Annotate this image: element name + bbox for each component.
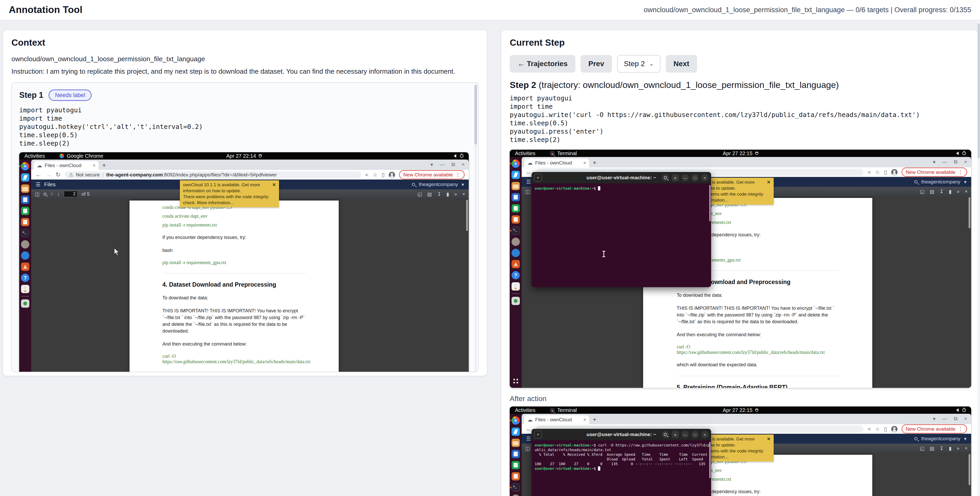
speaker-icon[interactable] [453,154,456,158]
pdf-presentation-icon[interactable]: ◱ [920,445,924,451]
browser-tab[interactable]: ☁ Files - ownCloud × [34,161,99,170]
share-icon[interactable]: < [868,426,871,432]
window-chevron-icon[interactable]: ▾ [431,162,433,168]
pdf-close-icon[interactable]: × [965,445,967,451]
dock-terminal-icon[interactable] [21,229,29,237]
pdf-up-icon[interactable]: ↑ [51,191,53,197]
terminal-scrollbar[interactable] [709,442,711,478]
pdf-print-icon[interactable]: ▤ [427,191,432,197]
terminal-body[interactable]: user@user-virtual-machine:~$ curl -O htt… [531,440,711,496]
dock-impress-icon[interactable] [21,218,29,226]
power-icon[interactable] [963,151,966,155]
window-close-icon[interactable]: × [462,162,465,168]
star-icon[interactable]: ☆ [875,169,880,175]
terminal-minimize-icon[interactable]: — [681,431,689,438]
dock-help-icon[interactable]: ? [512,271,520,280]
pdf-download-icon[interactable]: ↧ [940,189,943,195]
profile-avatar[interactable] [389,172,395,178]
pdf-print-icon[interactable]: ▤ [930,189,934,195]
star-icon[interactable]: ☆ [372,172,377,178]
dock-calc-icon[interactable] [512,204,520,213]
dock-gimp-icon[interactable] [512,238,520,246]
owncloud-user-menu[interactable]: theagentcompany [418,181,458,187]
dock-help-icon[interactable]: ? [21,274,29,282]
new-tab-button[interactable]: + [102,162,106,170]
pdf-scrollbar[interactable] [969,197,970,228]
search-icon[interactable] [914,180,918,183]
owncloud-user-menu[interactable]: theagentcompany [921,179,960,185]
terminal-close-icon[interactable]: × [701,174,708,181]
profile-avatar[interactable] [891,169,897,175]
dock-vlc-icon[interactable] [21,285,29,293]
terminal-menu-icon[interactable]: ≡ [672,431,679,438]
reload-icon[interactable]: ↻ [56,171,60,178]
dock-vscode-icon[interactable] [21,173,29,181]
star-icon[interactable]: ☆ [875,426,880,432]
hamburger-icon[interactable]: ☰ [527,179,531,185]
step-select[interactable]: Step 2 ⌄ [617,55,660,73]
banner-close-icon[interactable]: ✕ [767,436,770,442]
owncloud-update-banner[interactable]: ✕ ownCloud 10.1.1 is available. Get more… [180,180,279,207]
back-icon[interactable]: ← [526,169,532,176]
window-minimize-icon[interactable]: — [440,162,445,168]
pdf-down-icon[interactable]: ↓ [57,191,60,197]
banner-close-icon[interactable]: ✕ [767,179,770,185]
activities-button[interactable]: Activities [515,407,535,413]
dock-terminal-icon[interactable] [512,483,520,491]
pdf-more-icon[interactable]: » [957,445,959,451]
dock-software-icon[interactable] [512,260,520,268]
terminal-window[interactable]: + user@user-virtual-machine: ~ ≡ — □ × u… [531,429,711,496]
dock-writer-icon[interactable] [21,196,29,204]
speaker-icon[interactable] [956,408,959,412]
tab-close-icon[interactable]: × [93,163,95,169]
pdf-presentation-icon[interactable]: ◱ [417,191,422,197]
terminal-new-tab-icon[interactable]: + [534,431,542,439]
pdf-search-icon[interactable] [44,193,46,196]
window-minimize-icon[interactable]: — [942,159,947,165]
dock-trash-icon[interactable] [512,297,520,305]
dock-chrome-icon[interactable] [512,417,520,424]
new-chrome-button[interactable]: New Chrome available ⋮ [399,170,465,179]
pdf-close-icon[interactable]: × [462,191,465,197]
pdf-page-input[interactable]: 2 [64,191,77,197]
new-tab-button[interactable]: + [593,159,597,167]
power-icon[interactable] [963,408,966,412]
window-close-icon[interactable]: × [964,416,967,422]
tab-close-icon[interactable]: × [583,160,586,166]
terminal-new-tab-icon[interactable]: + [534,174,542,181]
pdf-curl-link[interactable]: curl -O https://raw.githubusercontent.co… [162,354,306,364]
hamburger-icon[interactable]: ☰ [36,181,40,188]
pdf-sidebar-icon[interactable]: ◫ [525,445,530,451]
side-panel-icon[interactable]: ▯ [884,169,887,175]
dock-gimp-icon[interactable] [21,240,29,248]
dock-chrome-icon[interactable] [512,159,520,168]
terminal-menu-icon[interactable]: ≡ [672,174,679,181]
back-icon[interactable]: ← [35,171,41,178]
pdf-scrollbar[interactable] [466,200,468,231]
share-icon[interactable]: < [365,172,368,178]
pdf-bookmark-icon[interactable]: ▮ [949,445,951,451]
dock-terminal-icon[interactable] [512,226,520,235]
banner-close-icon[interactable]: ✕ [272,182,276,188]
clock[interactable]: Apr 27 22:14 [226,153,256,159]
speaker-icon[interactable] [956,151,959,155]
terminal-minimize-icon[interactable]: — [681,174,689,181]
side-panel-icon[interactable]: ▯ [884,426,887,432]
window-restore-icon[interactable]: ⧉ [954,159,958,165]
clock[interactable]: Apr 27 22:15 [723,407,752,413]
omnibox[interactable]: ⚠ Not secure | the-agent-company.com:809… [65,171,361,178]
terminal-window[interactable]: + user@user-virtual-machine: ~ ≡ — □ × u… [531,172,711,287]
dock-thunderbird-icon[interactable] [21,251,29,260]
hamburger-icon[interactable]: ☰ [527,436,531,442]
pdf-curl-link[interactable]: curl -O https://raw.githubusercontent.co… [677,344,839,355]
back-icon[interactable]: ← [526,425,532,432]
dock-files-icon[interactable] [512,182,520,190]
pdf-download-icon[interactable]: ↧ [940,445,943,451]
share-icon[interactable]: < [868,169,871,175]
dock-vscode-icon[interactable] [512,428,520,436]
profile-avatar[interactable] [891,426,897,432]
page-scroll-thumb[interactable] [978,23,980,158]
pdf-more-icon[interactable]: » [454,191,457,197]
window-chevron-icon[interactable]: ▾ [933,416,935,422]
pdf-download-icon[interactable]: ↧ [437,191,441,197]
